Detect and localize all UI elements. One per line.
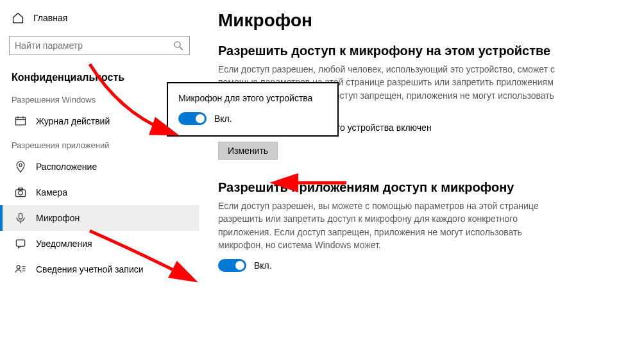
sidebar-home-label: Главная bbox=[33, 13, 67, 23]
popup-toggle-label: Вкл. bbox=[214, 113, 232, 124]
account-icon bbox=[14, 263, 27, 276]
section1-title: Разрешить доступ к микрофону на этом уст… bbox=[218, 42, 625, 59]
section2-title: Разрешить приложениям доступ к микрофону bbox=[218, 179, 625, 196]
svg-rect-2 bbox=[16, 117, 26, 125]
svg-point-6 bbox=[19, 164, 22, 166]
apps-toggle[interactable] bbox=[218, 259, 246, 272]
change-button[interactable]: Изменить bbox=[218, 142, 278, 160]
svg-line-1 bbox=[180, 47, 183, 50]
location-icon bbox=[14, 160, 27, 173]
sidebar-item-label: Сведения учетной записи bbox=[36, 264, 144, 274]
sidebar-item-label: Уведомления bbox=[36, 239, 92, 249]
section2-desc: Если доступ разрешен, вы можете с помощь… bbox=[218, 199, 564, 251]
svg-rect-12 bbox=[16, 240, 24, 246]
svg-rect-9 bbox=[19, 188, 23, 190]
sidebar-item-notifications[interactable]: Уведомления bbox=[0, 231, 199, 256]
sidebar-home[interactable]: Главная bbox=[0, 6, 199, 29]
popup-toggle[interactable] bbox=[178, 112, 207, 125]
sidebar-item-location[interactable]: Расположение bbox=[0, 154, 199, 180]
sidebar-item-microphone[interactable]: Микрофон bbox=[0, 205, 199, 231]
sidebar-item-label: Расположение bbox=[36, 162, 97, 172]
search-input[interactable] bbox=[15, 40, 173, 51]
sidebar: Главная Конфиденциальность Разрешения Wi… bbox=[0, 0, 199, 361]
sidebar-item-camera[interactable]: Камера bbox=[0, 180, 199, 205]
microphone-popup: Микрофон для этого устройства Вкл. bbox=[167, 82, 339, 137]
sidebar-item-label: Камера bbox=[36, 187, 67, 197]
sidebar-item-label: Журнал действий bbox=[36, 116, 110, 126]
sidebar-item-label: Микрофон bbox=[36, 213, 80, 223]
microphone-icon bbox=[14, 212, 27, 224]
page-title: Микрофон bbox=[218, 10, 625, 31]
apps-toggle-label: Вкл. bbox=[254, 260, 272, 271]
svg-point-0 bbox=[174, 42, 180, 47]
sidebar-item-account[interactable]: Сведения учетной записи bbox=[0, 256, 199, 282]
sidebar-group-apps: Разрешения приложений bbox=[0, 134, 199, 154]
camera-icon bbox=[14, 186, 27, 199]
search-box[interactable] bbox=[9, 36, 190, 55]
history-icon bbox=[14, 115, 27, 128]
notification-icon bbox=[14, 237, 27, 250]
svg-rect-10 bbox=[19, 214, 22, 219]
home-icon bbox=[12, 12, 24, 24]
search-icon bbox=[173, 39, 184, 52]
popup-title: Микрофон для этого устройства bbox=[178, 92, 327, 105]
svg-point-8 bbox=[19, 191, 23, 196]
main-content: Микрофон Разрешить доступ к микрофону на… bbox=[199, 0, 644, 361]
svg-point-13 bbox=[17, 265, 20, 269]
